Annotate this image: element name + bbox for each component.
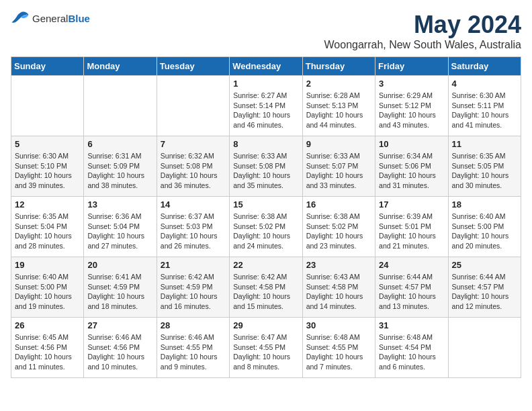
cell-content: Sunrise: 6:41 AMSunset: 4:59 PMDaylight:… (87, 272, 152, 312)
cell-content-line: and 43 minutes. (379, 120, 444, 130)
day-number: 1 (233, 79, 298, 89)
calendar-table: SundayMondayTuesdayWednesdayThursdayFrid… (11, 56, 521, 378)
cell-content-line: Daylight: 10 hours (87, 291, 152, 302)
cell-content-line: Daylight: 10 hours (452, 110, 517, 120)
day-number: 22 (233, 260, 298, 270)
calendar-cell: 9Sunrise: 6:33 AMSunset: 5:07 PMDaylight… (302, 136, 375, 197)
cell-content-line: Sunrise: 6:30 AM (452, 91, 517, 101)
calendar-cell: 19Sunrise: 6:40 AMSunset: 5:00 PMDayligh… (11, 257, 84, 318)
day-number: 30 (306, 320, 371, 330)
cell-content-line: Sunset: 4:57 PM (379, 282, 444, 292)
cell-content-line: Sunset: 4:54 PM (379, 342, 444, 353)
cell-content: Sunrise: 6:44 AMSunset: 4:57 PMDaylight:… (452, 272, 517, 312)
cell-content-line: Sunrise: 6:33 AM (233, 151, 298, 161)
location-title: Woongarrah, New South Wales, Australia (324, 39, 521, 51)
day-number: 24 (379, 260, 444, 270)
cell-content-line: Sunset: 4:59 PM (87, 282, 152, 292)
cell-content-line: Sunrise: 6:40 AM (452, 212, 517, 222)
cell-content: Sunrise: 6:46 AMSunset: 4:56 PMDaylight:… (87, 332, 152, 372)
cell-content-line: Sunset: 5:03 PM (161, 222, 226, 232)
cell-content-line: Sunset: 4:55 PM (233, 342, 298, 353)
cell-content-line: and 6 minutes. (379, 362, 444, 372)
calendar-cell: 22Sunrise: 6:42 AMSunset: 4:58 PMDayligh… (230, 257, 302, 318)
cell-content-line: Sunrise: 6:39 AM (379, 212, 444, 222)
weekday-header-wednesday: Wednesday (230, 57, 302, 76)
calendar-cell (448, 318, 521, 378)
calendar-week-row: 19Sunrise: 6:40 AMSunset: 5:00 PMDayligh… (11, 257, 521, 318)
calendar-cell: 6Sunrise: 6:31 AMSunset: 5:09 PMDaylight… (84, 136, 157, 197)
cell-content-line: Daylight: 10 hours (233, 352, 298, 362)
cell-content-line: Sunrise: 6:29 AM (379, 91, 444, 101)
cell-content-line: Sunset: 5:00 PM (15, 282, 80, 292)
cell-content-line: Sunrise: 6:48 AM (379, 332, 444, 342)
cell-content-line: and 20 minutes. (452, 241, 517, 251)
day-number: 12 (15, 199, 80, 210)
cell-content-line: and 27 minutes. (87, 241, 152, 251)
cell-content: Sunrise: 6:34 AMSunset: 5:06 PMDaylight:… (379, 151, 444, 191)
cell-content-line: Daylight: 10 hours (306, 171, 371, 181)
calendar-cell: 10Sunrise: 6:34 AMSunset: 5:06 PMDayligh… (375, 136, 448, 197)
cell-content-line: and 31 minutes. (379, 181, 444, 191)
day-number: 9 (306, 139, 371, 149)
day-number: 21 (161, 260, 226, 270)
cell-content-line: Sunset: 5:10 PM (15, 161, 80, 171)
day-number: 16 (306, 199, 371, 210)
cell-content-line: Daylight: 10 hours (306, 352, 371, 362)
calendar-cell: 15Sunrise: 6:38 AMSunset: 5:02 PMDayligh… (230, 197, 302, 257)
cell-content: Sunrise: 6:44 AMSunset: 4:57 PMDaylight:… (379, 272, 444, 312)
calendar-week-row: 12Sunrise: 6:35 AMSunset: 5:04 PMDayligh… (11, 197, 521, 257)
day-number: 13 (87, 199, 152, 210)
logo-icon (11, 11, 30, 26)
cell-content-line: and 33 minutes. (306, 181, 371, 191)
cell-content-line: Daylight: 10 hours (161, 352, 226, 362)
cell-content: Sunrise: 6:48 AMSunset: 4:55 PMDaylight:… (306, 332, 371, 372)
cell-content-line: Sunset: 4:55 PM (306, 342, 371, 353)
cell-content-line: and 12 minutes. (452, 302, 517, 312)
cell-content-line: Sunrise: 6:40 AM (15, 272, 80, 282)
day-number: 27 (87, 320, 152, 330)
calendar-cell: 2Sunrise: 6:28 AMSunset: 5:13 PMDaylight… (302, 76, 375, 136)
calendar-cell: 28Sunrise: 6:46 AMSunset: 4:55 PMDayligh… (157, 318, 229, 378)
cell-content-line: Sunrise: 6:31 AM (87, 151, 152, 161)
cell-content-line: Sunrise: 6:46 AM (161, 332, 226, 342)
logo-general: General (32, 13, 68, 24)
cell-content-line: Sunset: 5:02 PM (306, 222, 371, 232)
cell-content-line: and 30 minutes. (452, 181, 517, 191)
cell-content-line: and 38 minutes. (87, 181, 152, 191)
day-number: 31 (379, 320, 444, 330)
weekday-header-tuesday: Tuesday (157, 57, 229, 76)
cell-content-line: and 15 minutes. (233, 302, 298, 312)
day-number: 25 (452, 260, 517, 270)
cell-content: Sunrise: 6:38 AMSunset: 5:02 PMDaylight:… (233, 212, 298, 251)
cell-content-line: Daylight: 10 hours (379, 352, 444, 362)
cell-content-line: Daylight: 10 hours (233, 231, 298, 241)
cell-content-line: Sunrise: 6:38 AM (306, 212, 371, 222)
cell-content-line: Sunrise: 6:44 AM (452, 272, 517, 282)
calendar-cell (157, 76, 229, 136)
cell-content-line: Daylight: 10 hours (161, 171, 226, 181)
month-title: May 2024 (324, 11, 521, 39)
cell-content-line: Sunset: 4:55 PM (161, 342, 226, 353)
cell-content-line: Sunrise: 6:30 AM (15, 151, 80, 161)
cell-content-line: Sunrise: 6:44 AM (379, 272, 444, 282)
cell-content-line: Daylight: 10 hours (452, 231, 517, 241)
cell-content-line: Daylight: 10 hours (87, 171, 152, 181)
cell-content-line: and 16 minutes. (161, 302, 226, 312)
cell-content-line: and 23 minutes. (306, 241, 371, 251)
cell-content-line: Sunrise: 6:46 AM (87, 332, 152, 342)
logo-blue: Blue (68, 13, 90, 24)
cell-content: Sunrise: 6:37 AMSunset: 5:03 PMDaylight:… (161, 212, 226, 251)
cell-content-line: Sunset: 5:08 PM (161, 161, 226, 171)
cell-content-line: and 7 minutes. (306, 362, 371, 372)
cell-content-line: and 35 minutes. (233, 181, 298, 191)
calendar-cell: 8Sunrise: 6:33 AMSunset: 5:08 PMDaylight… (230, 136, 302, 197)
calendar-cell: 5Sunrise: 6:30 AMSunset: 5:10 PMDaylight… (11, 136, 84, 197)
cell-content-line: and 9 minutes. (161, 362, 226, 372)
calendar-cell: 4Sunrise: 6:30 AMSunset: 5:11 PMDaylight… (448, 76, 521, 136)
cell-content-line: and 10 minutes. (87, 362, 152, 372)
calendar-cell: 13Sunrise: 6:36 AMSunset: 5:04 PMDayligh… (84, 197, 157, 257)
cell-content-line: Sunset: 5:08 PM (233, 161, 298, 171)
cell-content: Sunrise: 6:35 AMSunset: 5:05 PMDaylight:… (452, 151, 517, 191)
weekday-header-monday: Monday (84, 57, 157, 76)
cell-content-line: and 21 minutes. (379, 241, 444, 251)
